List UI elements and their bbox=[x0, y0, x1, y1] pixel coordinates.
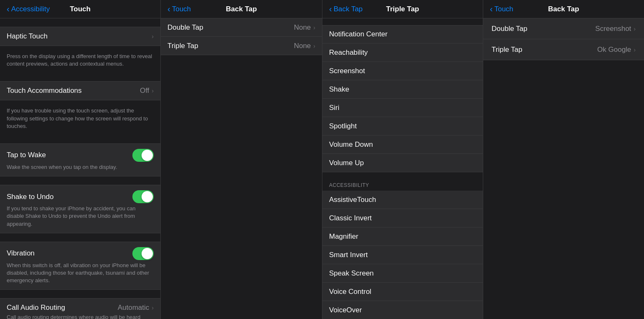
call-audio-value: Automatic bbox=[118, 304, 150, 312]
triple-tap-title: Triple Tap bbox=[167, 42, 198, 50]
haptic-touch-group: Haptic Touch › Press on the display usin… bbox=[0, 27, 160, 73]
touch-accommodations-desc: If you have trouble using the touch scre… bbox=[7, 107, 154, 130]
tap-to-wake-group: Tap to Wake Wake the screen when you tap… bbox=[0, 143, 160, 176]
panel4-triple-tap-value: Ok Google bbox=[597, 46, 631, 54]
chevron-right-icon: › bbox=[634, 26, 636, 32]
panel4-triple-tap-item[interactable]: Triple Tap Ok Google › bbox=[483, 39, 644, 60]
menu-speak-screen[interactable]: Speak Screen bbox=[322, 264, 483, 283]
tap-to-wake-item[interactable]: Tap to Wake Wake the screen when you tap… bbox=[0, 143, 160, 176]
vibration-toggle[interactable] bbox=[132, 247, 154, 260]
back-tap-back-button[interactable]: ‹ Back Tap bbox=[329, 5, 363, 13]
volume-down-label: Volume Down bbox=[329, 140, 373, 149]
panel4-double-tap-item[interactable]: Double Tap Screenshot › bbox=[483, 18, 644, 39]
accessibility-back-button[interactable]: ‹ Accessibility bbox=[7, 5, 50, 13]
panel3-title: Triple Tap bbox=[386, 5, 419, 13]
double-tap-item[interactable]: Double Tap None › bbox=[161, 18, 322, 37]
tap-to-wake-toggle[interactable] bbox=[132, 149, 154, 162]
nav-bar-triple-tap: ‹ Back Tap Triple Tap bbox=[322, 0, 483, 18]
speak-screen-label: Speak Screen bbox=[329, 269, 374, 278]
panel2-title: Back Tap bbox=[226, 5, 257, 13]
panel4-triple-tap-title: Triple Tap bbox=[492, 46, 522, 54]
shake-to-undo-toggle[interactable] bbox=[132, 190, 154, 203]
chevron-right-icon: › bbox=[313, 24, 315, 31]
screenshot-label: Screenshot bbox=[329, 67, 365, 75]
menu-smart-invert[interactable]: Smart Invert bbox=[322, 246, 483, 264]
double-tap-title: Double Tap bbox=[167, 23, 203, 32]
notification-center-label: Notification Center bbox=[329, 30, 388, 38]
menu-shake[interactable]: Shake bbox=[322, 80, 483, 99]
touch-accommodations-group: Touch Accommodations Off › If you have t… bbox=[0, 81, 160, 135]
panel4-double-tap-title: Double Tap bbox=[492, 25, 527, 33]
touch-accommodations-desc-item: If you have trouble using the touch scre… bbox=[0, 100, 160, 135]
haptic-touch-item[interactable]: Haptic Touch › bbox=[0, 27, 160, 46]
haptic-touch-title: Haptic Touch bbox=[7, 32, 148, 41]
back-chevron-icon: ‹ bbox=[7, 5, 10, 13]
tap-to-wake-desc: Wake the screen when you tap on the disp… bbox=[7, 163, 117, 171]
tap-to-wake-title: Tap to Wake bbox=[7, 151, 46, 159]
triple-tap-item[interactable]: Triple Tap None › bbox=[161, 37, 322, 55]
menu-siri[interactable]: Siri bbox=[322, 99, 483, 117]
menu-classic-invert[interactable]: Classic Invert bbox=[322, 209, 483, 227]
vibration-item[interactable]: Vibration When this switch is off, all v… bbox=[0, 242, 160, 290]
chevron-right-icon: › bbox=[152, 87, 154, 94]
reachability-label: Reachability bbox=[329, 48, 368, 57]
back-label: Touch bbox=[172, 5, 191, 13]
shake-to-undo-desc: If you tend to shake your iPhone by acci… bbox=[7, 205, 154, 228]
voiceover-label: VoiceOver bbox=[329, 306, 362, 314]
back-tap-panel: ‹ Touch Back Tap Double Tap None › Tripl… bbox=[161, 0, 322, 319]
shake-to-undo-item[interactable]: Shake to Undo If you tend to shake your … bbox=[0, 185, 160, 233]
chevron-right-icon: › bbox=[152, 33, 154, 40]
vibration-desc: When this switch is off, all vibration o… bbox=[7, 262, 154, 285]
vibration-group: Vibration When this switch is off, all v… bbox=[0, 242, 160, 290]
touch-back-button-2[interactable]: ‹ Touch bbox=[490, 5, 513, 13]
chevron-right-icon: › bbox=[634, 46, 636, 53]
panel4-title: Back Tap bbox=[548, 5, 579, 13]
touch-panel: ‹ Accessibility Touch Haptic Touch › Pre… bbox=[0, 0, 161, 319]
back-chevron-icon: ‹ bbox=[329, 5, 332, 13]
menu-volume-down[interactable]: Volume Down bbox=[322, 135, 483, 154]
back-label: Back Tap bbox=[334, 5, 363, 13]
vibration-title: Vibration bbox=[7, 249, 35, 258]
menu-reachability[interactable]: Reachability bbox=[322, 43, 483, 62]
menu-magnifier[interactable]: Magnifier bbox=[322, 227, 483, 246]
panel4-double-tap-value: Screenshot bbox=[595, 25, 631, 33]
shake-label: Shake bbox=[329, 85, 349, 94]
menu-screenshot[interactable]: Screenshot bbox=[322, 62, 483, 80]
menu-section-main: Notification Center Reachability Screens… bbox=[322, 25, 483, 172]
chevron-right-icon: › bbox=[313, 43, 315, 49]
menu-notification-center[interactable]: Notification Center bbox=[322, 25, 483, 43]
nav-bar-back-tap: ‹ Touch Back Tap bbox=[161, 0, 322, 18]
call-audio-group: Call Audio Routing Automatic › Call audi… bbox=[0, 298, 160, 319]
back-label: Accessibility bbox=[11, 5, 50, 13]
shake-to-undo-group: Shake to Undo If you tend to shake your … bbox=[0, 185, 160, 233]
back-tap-result-panel: ‹ Touch Back Tap Double Tap Screenshot ›… bbox=[483, 0, 644, 319]
smart-invert-label: Smart Invert bbox=[329, 251, 368, 259]
touch-accommodations-title: Touch Accommodations bbox=[7, 87, 137, 95]
touch-accommodations-value: Off bbox=[140, 87, 149, 95]
menu-volume-up[interactable]: Volume Up bbox=[322, 154, 483, 172]
menu-voice-control[interactable]: Voice Control bbox=[322, 283, 483, 301]
call-audio-item[interactable]: Call Audio Routing Automatic › Call audi… bbox=[0, 298, 160, 319]
nav-bar-touch: ‹ Accessibility Touch bbox=[0, 0, 160, 18]
nav-bar-back-tap-result: ‹ Touch Back Tap bbox=[483, 0, 644, 18]
double-tap-value: None bbox=[294, 23, 311, 32]
back-chevron-icon: ‹ bbox=[167, 5, 170, 13]
haptic-touch-desc: Press on the display using a different l… bbox=[7, 53, 154, 68]
call-audio-title: Call Audio Routing bbox=[7, 304, 65, 312]
menu-assistivetouch[interactable]: AssistiveTouch bbox=[322, 191, 483, 209]
voice-control-label: Voice Control bbox=[329, 288, 371, 296]
assistivetouch-label: AssistiveTouch bbox=[329, 196, 376, 204]
call-audio-desc: Call audio routing determines where audi… bbox=[7, 314, 154, 319]
touch-accommodations-item[interactable]: Touch Accommodations Off › bbox=[0, 81, 160, 100]
menu-spotlight[interactable]: Spotlight bbox=[322, 117, 483, 135]
back-label: Touch bbox=[494, 5, 513, 13]
touch-back-button[interactable]: ‹ Touch bbox=[167, 5, 191, 13]
magnifier-label: Magnifier bbox=[329, 232, 358, 241]
menu-voiceover[interactable]: VoiceOver bbox=[322, 301, 483, 319]
haptic-touch-desc-item: Press on the display using a different l… bbox=[0, 46, 160, 73]
triple-tap-panel: ‹ Back Tap Triple Tap Notification Cente… bbox=[322, 0, 483, 319]
spotlight-label: Spotlight bbox=[329, 122, 357, 130]
shake-to-undo-title: Shake to Undo bbox=[7, 193, 53, 201]
accessibility-section-label: ACCESSIBILITY bbox=[322, 182, 483, 191]
panel1-title: Touch bbox=[70, 5, 91, 13]
